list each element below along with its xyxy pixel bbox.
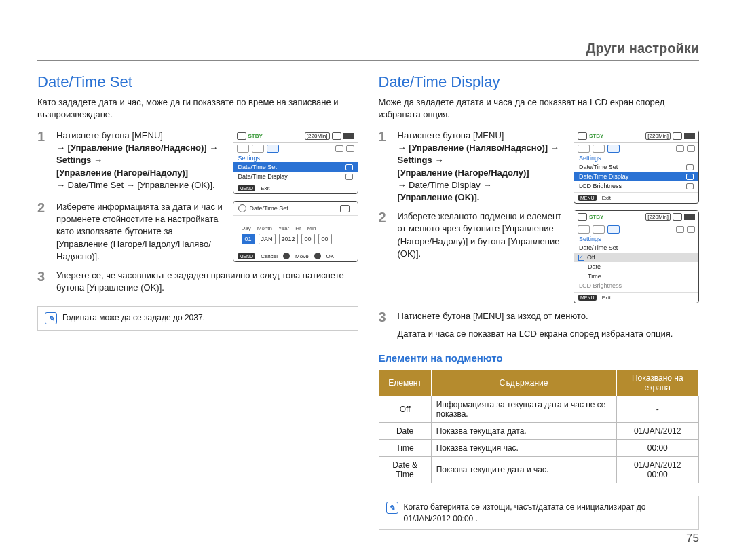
right-icon bbox=[345, 164, 353, 170]
check-icon bbox=[578, 255, 584, 261]
lcd-datetime-edit-screen: Date/Time Set Day Month Year Hr Min bbox=[233, 201, 358, 262]
card-icon bbox=[340, 205, 350, 212]
menu-item: LCD Brightness bbox=[574, 281, 698, 291]
nav-right-icon bbox=[687, 226, 695, 233]
card-icon bbox=[673, 213, 682, 221]
card-icon bbox=[332, 132, 341, 140]
field-day: 01 bbox=[242, 234, 255, 244]
chapter-title: Други настройки bbox=[37, 41, 699, 61]
submenu-heading: Елементи на подменюто bbox=[379, 352, 700, 364]
note-box: ✎ Годината може да се зададе до 2037. bbox=[37, 306, 358, 331]
tab-icon-active bbox=[267, 145, 279, 153]
label-day: Day bbox=[242, 225, 251, 231]
heading-datetime-set: Date/Time Set bbox=[37, 73, 358, 91]
submenu-table: Елемент Съдържание Показвано на екрана O… bbox=[379, 369, 700, 483]
step-number: 1 bbox=[37, 130, 50, 143]
nav-left-icon bbox=[676, 145, 684, 152]
settings-label: Settings bbox=[574, 154, 698, 162]
label-min: Min bbox=[307, 225, 316, 231]
field-year: 2012 bbox=[279, 234, 298, 244]
heading-datetime-display: Date/Time Display bbox=[379, 73, 700, 91]
intro-right: Може да зададете датата и часа да се пок… bbox=[379, 96, 700, 120]
menu-item-highlighted: Date/Time Set bbox=[233, 162, 358, 172]
tab-icon-active bbox=[607, 225, 620, 234]
move-icon bbox=[283, 253, 290, 259]
remaining-time: [220Min] bbox=[645, 132, 671, 140]
col-datetime-set: Date/Time Set Като зададете дата и час, … bbox=[37, 73, 358, 530]
nav-left-icon bbox=[676, 226, 684, 233]
th-display: Показвано на екрана bbox=[616, 370, 699, 396]
exit-label: Exit bbox=[602, 295, 611, 301]
right-icon bbox=[686, 174, 694, 180]
submenu-option-selected: Off bbox=[574, 253, 698, 262]
submenu-option: Date bbox=[574, 262, 698, 272]
right-icon bbox=[686, 183, 694, 189]
ok-icon bbox=[314, 253, 321, 259]
nav-right-icon bbox=[687, 145, 695, 152]
remaining-time: [220Min] bbox=[305, 132, 330, 140]
menu-item: Date/Time Set bbox=[574, 243, 698, 253]
col-datetime-display: Date/Time Display Може да зададете датат… bbox=[379, 73, 700, 530]
step1-text: Натиснете бутона [MENU] → [Управление (Н… bbox=[398, 130, 565, 204]
table-row: Off Информацията за текущата дата и час … bbox=[379, 396, 699, 423]
tab-icon bbox=[578, 145, 590, 153]
lcd-settings-screen: STBY [220Min] Settings Date/Tim bbox=[574, 130, 699, 204]
lcd-submenu-screen: STBY [220Min] Settings Date/Tim bbox=[574, 210, 699, 303]
note-icon: ✎ bbox=[45, 312, 57, 324]
stby-label: STBY bbox=[589, 214, 603, 220]
menu-chip: MENU bbox=[238, 253, 256, 259]
menu-chip: MENU bbox=[238, 185, 256, 191]
menu-item: Date/Time Set bbox=[574, 162, 698, 172]
menu-item-highlighted: Date/Time Display bbox=[574, 172, 698, 181]
right-icon bbox=[686, 164, 694, 170]
th-content: Съдържание bbox=[431, 370, 616, 396]
tab-icon-active bbox=[607, 145, 620, 153]
note-text: Когато батерията се изтощи, часът/датата… bbox=[404, 502, 692, 523]
settings-label: Settings bbox=[574, 235, 698, 243]
field-min: 00 bbox=[318, 234, 332, 244]
card-icon bbox=[673, 132, 682, 140]
sd-icon bbox=[578, 132, 587, 140]
tab-icon bbox=[237, 145, 249, 153]
step3-text: Натиснете бутона [MENU] за изход от меню… bbox=[398, 310, 700, 322]
tab-icon bbox=[593, 145, 605, 153]
settings-label: Settings bbox=[233, 154, 358, 162]
step2-text: Изберете желаното подменю и елемент от м… bbox=[398, 210, 565, 260]
table-row: Date Показва текущата дата. 01/JAN/2012 bbox=[379, 423, 699, 440]
step2-text: Изберете информацията за дата и час и пр… bbox=[56, 201, 223, 263]
right-icon bbox=[345, 174, 353, 180]
table-row: Time Показва текущия час. 00:00 bbox=[379, 440, 699, 457]
sd-icon bbox=[578, 213, 587, 221]
note-text: Годината може да се зададе до 2037. bbox=[62, 312, 205, 323]
battery-icon bbox=[684, 214, 695, 220]
step-number: 1 bbox=[379, 130, 391, 143]
lcd-settings-screen: STBY [220Min] Settings Date/Tim bbox=[233, 130, 358, 194]
submenu-option: Time bbox=[574, 272, 698, 281]
exit-label: Exit bbox=[602, 195, 611, 201]
screen-title: Date/Time Set bbox=[250, 205, 288, 212]
tab-icon bbox=[578, 225, 590, 234]
step-number: 3 bbox=[37, 269, 50, 283]
menu-chip: MENU bbox=[578, 295, 597, 301]
step3-note: Датата и часа се показват на LCD екрана … bbox=[398, 328, 700, 340]
menu-item: LCD Brightness bbox=[574, 181, 698, 191]
label-year: Year bbox=[278, 225, 289, 231]
step3-text: Уверете се, че часовникът е зададен прав… bbox=[56, 269, 358, 294]
tab-icon bbox=[252, 145, 264, 153]
label-hr: Hr bbox=[295, 225, 301, 231]
tab-icon bbox=[593, 225, 605, 234]
menu-chip: MENU bbox=[578, 195, 597, 201]
step-number: 3 bbox=[379, 310, 391, 324]
cancel-label: Cancel bbox=[261, 253, 278, 259]
step-number: 2 bbox=[379, 210, 391, 224]
battery-icon bbox=[684, 133, 695, 139]
nav-left-icon bbox=[335, 145, 343, 152]
label-month: Month bbox=[257, 225, 272, 231]
note-icon: ✎ bbox=[386, 502, 398, 514]
nav-right-icon bbox=[346, 145, 354, 152]
ok-label: OK bbox=[326, 253, 335, 259]
field-hr: 00 bbox=[301, 234, 315, 244]
sd-icon bbox=[237, 132, 246, 140]
battery-icon bbox=[343, 133, 354, 139]
th-element: Елемент bbox=[379, 370, 431, 396]
